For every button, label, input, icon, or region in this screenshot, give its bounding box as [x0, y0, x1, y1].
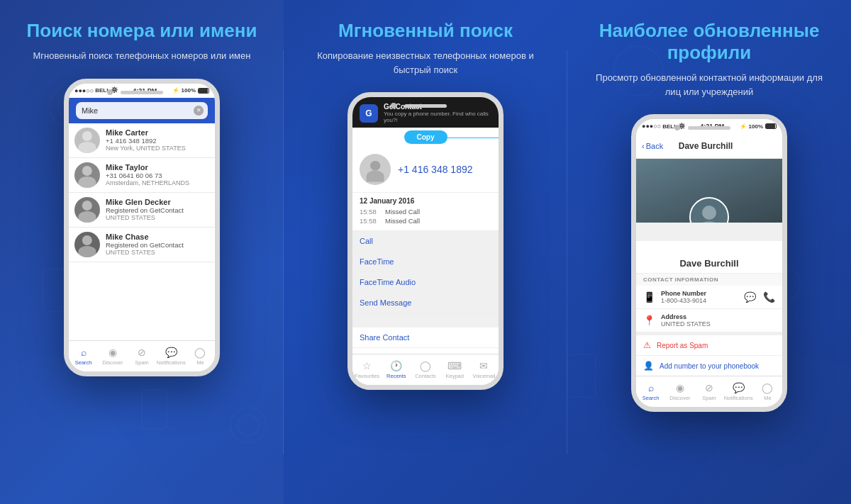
contact-item-3[interactable]: Mike Glen Decker Registered on GetContac…	[69, 193, 215, 228]
contact-location-1: New York, UNITED STATES	[106, 145, 209, 152]
search-tab-label: Search	[75, 359, 92, 366]
action-share-contact[interactable]: Share Contact	[352, 327, 499, 348]
contact-info-3: Mike Glen Decker Registered on GetContac…	[106, 198, 209, 221]
phone1-search-input[interactable]: Mike ✕	[76, 102, 208, 119]
discover-tab-icon: ◉	[109, 347, 117, 358]
col1-subtitle: Мгновенный поиск телефонных номеров или …	[12, 49, 272, 63]
contact-location-3: UNITED STATES	[106, 214, 209, 221]
action-call[interactable]: Call	[352, 231, 499, 252]
log-date: 12 January 2016	[360, 197, 491, 205]
contact-location-4: UNITED STATES	[106, 249, 209, 256]
copy-banner[interactable]: Copy	[352, 128, 499, 147]
contact-location-2: Amsterdam, NETHERLANDS	[106, 179, 209, 186]
getcontact-logo: G	[360, 104, 378, 123]
address-row: 📍 Address UNITED STATES	[636, 309, 782, 332]
message-icon[interactable]: 💬	[744, 291, 756, 303]
call-icon[interactable]: 📞	[763, 291, 775, 303]
col2-subtitle: Копирование неизвестных телефонных номер…	[284, 49, 567, 77]
phone2-avatar	[360, 154, 391, 185]
phone2-header-text: GetContact You copy a phone number. Find…	[384, 103, 491, 123]
contact-name-1: Mike Carter	[106, 128, 209, 137]
report-spam-row[interactable]: ⚠ Report as Spam	[636, 335, 782, 356]
tab1-notifications[interactable]: 💬 Notifications	[157, 347, 186, 366]
col1-title: Поиск номера или имени	[13, 20, 272, 42]
phone3-tab-bar: ⌕ Search ◉ Discover ⊘ Spam 💬	[636, 376, 782, 407]
log-time-1: 15:58	[360, 208, 379, 215]
phone2-app-header: G GetContact You copy a phone number. Fi…	[352, 97, 499, 128]
tab3-discover-label: Discover	[669, 395, 690, 401]
tab3-me[interactable]: ◯ Me	[753, 376, 782, 407]
recents-icon: 🕐	[390, 360, 402, 371]
notif-tab-label: Notifications	[157, 359, 186, 366]
copy-button[interactable]: Copy	[404, 130, 447, 144]
clear-search-button[interactable]: ✕	[194, 106, 204, 116]
phone3-battery: ⚡ 100%	[740, 123, 777, 130]
phone-row-actions: 💬 📞	[744, 291, 775, 303]
me-tab-label: Me	[196, 359, 204, 366]
tab2-keypad[interactable]: ⌨ Keypad	[440, 360, 469, 379]
tab1-spam[interactable]: ⊘ Spam	[127, 347, 156, 366]
tab2-favourites[interactable]: ☆ Favourites	[352, 360, 382, 379]
tab3-me-label: Me	[764, 395, 771, 401]
phone-number-row: 📱 Phone Number 1-800-433-9014 💬 📞	[636, 286, 782, 309]
action-facetime[interactable]: FaceTime	[352, 252, 499, 272]
discover-tab-label: Discover	[102, 359, 123, 366]
tab3-search-label: Search	[643, 395, 660, 401]
phone-info-content: Phone Number 1-800-433-9014	[661, 290, 738, 304]
back-button[interactable]: ‹ Back	[642, 142, 663, 150]
phone2-call-log: 12 January 2016 15:58 Missed Call 15:58 …	[352, 193, 499, 231]
back-label: Back	[646, 142, 663, 150]
phone2-number: +1 416 348 1892	[398, 164, 473, 175]
contact-phone-3: Registered on GetContact	[106, 206, 209, 214]
tab3-search[interactable]: ⌕ Search	[636, 376, 665, 407]
log-row-1: 15:58 Missed Call	[360, 208, 491, 215]
tab2-contacts[interactable]: ◯ Contacts	[411, 360, 440, 379]
contact-item-2[interactable]: Mike Taylor +31 0641 60 06 73 Amsterdam,…	[69, 158, 215, 193]
tab1-me[interactable]: ◯ Me	[186, 347, 215, 366]
svg-point-14	[702, 206, 716, 220]
spam-tab-icon: ⊘	[138, 347, 146, 358]
tab1-search[interactable]: ⌕ Search	[69, 347, 98, 366]
add-phonebook-row[interactable]: 👤 Add number to your phonebook	[636, 356, 782, 376]
phone2-tab-bar: ☆ Favourites 🕐 Recents ◯ Contacts ⌨	[352, 354, 499, 385]
copy-line	[447, 138, 499, 139]
tab3-notifications[interactable]: 💬 Notifications	[724, 376, 753, 407]
fav-label: Favourites	[355, 373, 379, 379]
contact-name-2: Mike Taylor	[106, 163, 209, 172]
contacts-icon: ◯	[420, 360, 431, 371]
tab3-discover[interactable]: ◉ Discover	[665, 376, 694, 407]
log-event-1: Missed Call	[385, 208, 420, 215]
contact-name-3: Mike Glen Decker	[106, 198, 209, 206]
phone2-screen: G GetContact You copy a phone number. Fi…	[352, 97, 499, 385]
log-time-2: 15:58	[360, 217, 379, 225]
tab3-me-icon: ◯	[762, 382, 773, 393]
contact-info-4: Mike Chase Registered on GetContact UNIT…	[106, 233, 209, 256]
keypad-label: Keypad	[445, 373, 463, 379]
spam-tab-label: Spam	[135, 359, 149, 366]
tab2-recents[interactable]: 🕐 Recents	[382, 360, 411, 379]
tab3-spam[interactable]: ⊘ Spam	[694, 376, 723, 407]
contact-item-1[interactable]: Mike Carter +1 416 348 1892 New York, UN…	[69, 123, 215, 158]
phone3-time: 4:21 PM	[700, 123, 724, 130]
phone1-searchbar[interactable]: Mike ✕	[69, 98, 215, 123]
chevron-left-icon: ‹	[642, 142, 645, 150]
col3-title: Наиболее обновленные профили	[567, 20, 851, 64]
tab3-notif-label: Notifications	[724, 395, 753, 401]
phone1-wrapper: ●●●○○ BELL 奈 4:21 PM ⚡ 100%	[64, 79, 220, 504]
phone3-hero-image	[636, 159, 782, 223]
contact-avatar-4	[74, 232, 100, 257]
tab1-discover[interactable]: ◉ Discover	[98, 347, 127, 366]
tab3-spam-label: Spam	[702, 395, 716, 401]
report-spam-label: Report as Spam	[657, 342, 708, 349]
contact-name-4: Mike Chase	[106, 233, 209, 241]
tab2-voicemail[interactable]: ✉ Voicemail	[469, 360, 499, 379]
action-facetime-audio[interactable]: FaceTime Audio	[352, 272, 499, 293]
tab3-search-icon: ⌕	[648, 382, 654, 393]
phone-value: 1-800-433-9014	[661, 297, 738, 304]
address-value: UNITED STATES	[661, 320, 775, 327]
keypad-icon: ⌨	[447, 360, 462, 371]
phone1-battery: ⚡ 100%	[172, 87, 209, 94]
contact-item-4[interactable]: Mike Chase Registered on GetContact UNIT…	[69, 228, 215, 262]
action-send-message[interactable]: Send Message	[352, 293, 499, 313]
col3-subtitle: Просмотр обновленной контактной информац…	[567, 71, 851, 99]
